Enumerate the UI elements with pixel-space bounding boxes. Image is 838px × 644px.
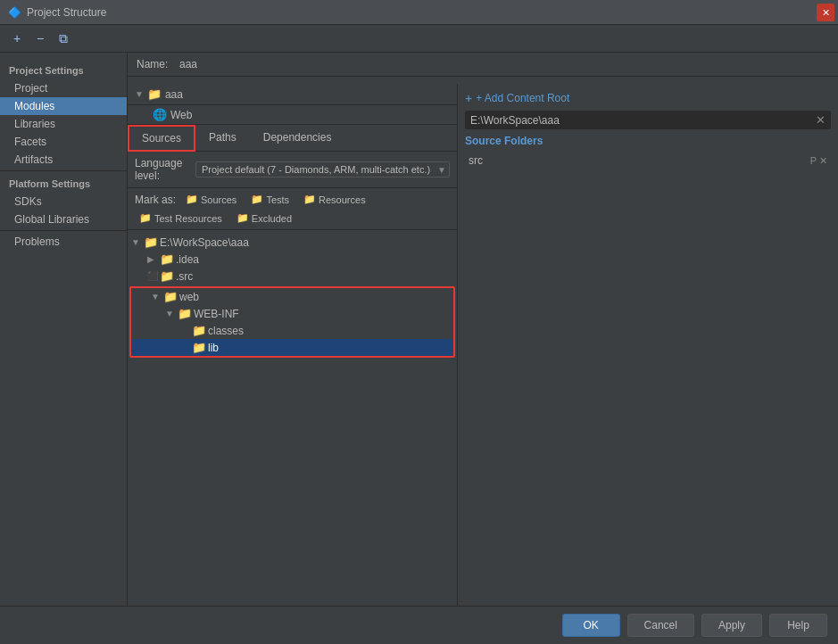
web-tree-folder-icon: 📁 <box>163 290 178 303</box>
webinf-folder-icon: 📁 <box>178 307 192 320</box>
titlebar: 🔷 Project Structure ✕ <box>0 0 838 25</box>
sources-folder-icon: 📁 <box>186 194 198 205</box>
src-folder-icon: 📁 <box>160 269 174 283</box>
content-root-text: E:\WorkSpace\aaa <box>470 114 560 127</box>
idea-arrow-icon: ▶ <box>147 254 158 264</box>
module-root-icon: 📁 <box>147 87 162 101</box>
file-tree: ▼ 📁 E:\WorkSpace\aaa ▶ 📁 .idea <box>128 230 457 606</box>
tree-node-src[interactable]: ⬛ 📁 .src <box>128 268 457 285</box>
remove-content-root-btn[interactable]: ✕ <box>816 113 826 127</box>
main-container: + − ⧉ Project Settings Project Modules L… <box>0 25 838 644</box>
sources-label: Sources <box>201 194 236 205</box>
language-level-row: Language level: Project default (7 - Dia… <box>128 152 457 188</box>
mark-as-label: Mark as: <box>135 194 176 206</box>
add-icon: + <box>465 91 472 105</box>
src-entry-text: src <box>469 154 483 167</box>
tab-paths[interactable]: Paths <box>195 125 250 152</box>
module-web-item[interactable]: 🌐 Web <box>128 105 457 125</box>
window-title: Project Structure <box>27 6 106 19</box>
tree-panel: ▼ 📁 aaa 🌐 Web Sources Paths Dependencies <box>128 84 458 606</box>
mark-test-resources-btn[interactable]: 📁 Test Resources <box>135 211 227 225</box>
resources-label: Resources <box>319 194 366 205</box>
sidebar-item-facets[interactable]: Facets <box>0 133 127 151</box>
excluded-label: Excluded <box>252 213 292 224</box>
sidebar-item-libraries[interactable]: Libraries <box>0 115 127 133</box>
ok-button[interactable]: OK <box>562 614 620 637</box>
remove-button[interactable]: − <box>30 29 50 48</box>
bottom-bar: OK Cancel Apply Help <box>0 606 838 644</box>
copy-button[interactable]: ⧉ <box>54 29 73 48</box>
web-arrow-icon: ▼ <box>151 292 162 301</box>
source-entry-src: src P ✕ <box>465 153 831 169</box>
platform-settings-label: Platform Settings <box>0 173 127 193</box>
lib-label: lib <box>208 342 219 354</box>
sidebar-item-problems[interactable]: Problems <box>0 233 127 251</box>
src-edit-icon[interactable]: P <box>810 155 817 166</box>
test-resources-folder-icon: 📁 <box>139 212 152 224</box>
name-label: Name: <box>137 58 172 70</box>
close-button[interactable]: ✕ <box>817 4 834 21</box>
app-icon: 🔷 <box>7 5 21 20</box>
tree-node-classes[interactable]: 📁 classes <box>131 322 453 339</box>
add-content-root-btn[interactable]: + + Add Content Root <box>465 91 831 105</box>
lang-level-label: Language level: <box>135 157 188 182</box>
lib-folder-icon: 📁 <box>192 341 206 354</box>
sidebar-item-sdks[interactable]: SDKs <box>0 193 127 211</box>
lang-select-wrapper: Project default (7 - Diamonds, ARM, mult… <box>195 161 450 178</box>
web-label: Web <box>170 109 192 121</box>
root-folder-icon: 📁 <box>144 235 158 249</box>
tree-node-web[interactable]: ▼ 📁 web <box>131 288 453 305</box>
module-root-label[interactable]: aaa <box>165 88 183 101</box>
tab-sources[interactable]: Sources <box>128 125 195 152</box>
src-remove-icon[interactable]: ✕ <box>819 155 827 167</box>
root-path-label: E:\WorkSpace\aaa <box>160 236 249 249</box>
cancel-button[interactable]: Cancel <box>627 614 694 637</box>
info-panel: + + Add Content Root E:\WorkSpace\aaa ✕ … <box>458 84 838 606</box>
sidebar-item-global-libraries[interactable]: Global Libraries <box>0 211 127 228</box>
source-folders-label: Source Folders <box>465 135 831 147</box>
webinf-label: WEB-INF <box>194 308 239 320</box>
tree-node-webinf[interactable]: ▼ 📁 WEB-INF <box>131 305 453 322</box>
add-button[interactable]: + <box>7 29 27 48</box>
panels: ▼ 📁 aaa 🌐 Web Sources Paths Dependencies <box>128 84 838 606</box>
tests-folder-icon: 📁 <box>251 194 263 205</box>
module-root-arrow: ▼ <box>135 89 144 99</box>
tree-node-idea[interactable]: ▶ 📁 .idea <box>128 251 457 268</box>
test-resources-label: Test Resources <box>154 213 222 224</box>
help-button[interactable]: Help <box>769 614 827 637</box>
mark-tests-btn[interactable]: 📁 Tests <box>246 193 294 206</box>
lang-level-select[interactable]: Project default (7 - Diamonds, ARM, mult… <box>195 161 450 178</box>
right-section: Name: aaa ▼ 📁 aaa 🌐 Web <box>128 53 838 606</box>
mark-sources-btn[interactable]: 📁 Sources <box>181 193 241 206</box>
name-row: Name: aaa <box>128 53 838 77</box>
tabs: Sources Paths Dependencies <box>128 125 457 152</box>
mark-excluded-btn[interactable]: 📁 Excluded <box>232 211 296 225</box>
tab-dependencies[interactable]: Dependencies <box>250 125 345 152</box>
tree-root-node[interactable]: ▼ 📁 E:\WorkSpace\aaa <box>128 234 457 251</box>
classes-label: classes <box>208 325 244 337</box>
src-arrow-icon: ⬛ <box>147 271 158 281</box>
excluded-folder-icon: 📁 <box>236 212 249 224</box>
add-content-root-label: + Add Content Root <box>476 92 569 104</box>
idea-label: .idea <box>176 253 199 266</box>
mark-resources-btn[interactable]: 📁 Resources <box>299 193 370 206</box>
root-arrow-icon: ▼ <box>131 237 142 247</box>
resources-folder-icon: 📁 <box>303 194 316 205</box>
source-entry-icons: P ✕ <box>810 155 827 167</box>
module-tree-header: ▼ 📁 aaa <box>128 84 457 105</box>
sidebar: Project Settings Project Modules Librari… <box>0 53 128 606</box>
module-name-value: aaa <box>179 58 197 70</box>
sidebar-item-artifacts[interactable]: Artifacts <box>0 151 127 169</box>
sidebar-item-modules[interactable]: Modules <box>0 97 127 115</box>
tree-red-outline: ▼ 📁 web ▼ 📁 WEB-INF <box>129 286 455 358</box>
apply-button[interactable]: Apply <box>701 614 762 637</box>
idea-folder-icon: 📁 <box>160 252 174 266</box>
content-area: Project Settings Project Modules Librari… <box>0 53 838 606</box>
web-icon: 🌐 <box>153 108 167 121</box>
tests-label: Tests <box>266 194 289 205</box>
web-tree-label: web <box>179 291 199 303</box>
classes-folder-icon: 📁 <box>192 324 206 337</box>
webinf-arrow-icon: ▼ <box>165 309 176 318</box>
tree-node-lib[interactable]: 📁 lib <box>131 339 453 356</box>
sidebar-item-project[interactable]: Project <box>0 79 127 97</box>
